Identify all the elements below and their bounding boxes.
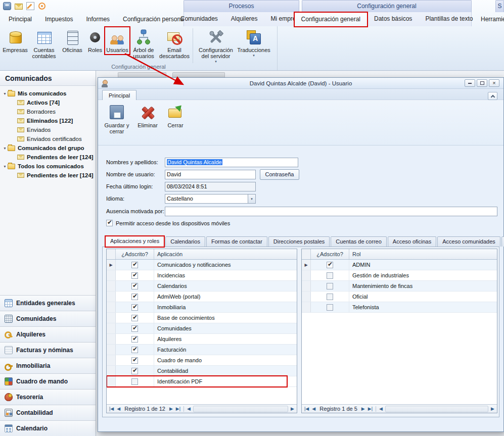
- configuracion-del-servidor-button[interactable]: Configuración del servidor ▾: [195, 27, 237, 64]
- table-row[interactable]: Contabilidad: [107, 366, 297, 376]
- row-selector[interactable]: [302, 281, 311, 291]
- adscrito-checkbox[interactable]: [131, 304, 138, 311]
- table-row[interactable]: Comunicados y notificaciones: [107, 260, 297, 270]
- sidebar-item-entidades-generales[interactable]: Entidades generales: [0, 295, 96, 311]
- table-row[interactable]: Inmobiliaria: [107, 302, 297, 313]
- tree-item-pendientes-todos[interactable]: Pendientes de leer [124]: [2, 171, 96, 180]
- dialog-titlebar[interactable]: David Quintas Alcalde (David) - Usuario …: [98, 78, 503, 89]
- tab-comunidades[interactable]: Comunidades: [174, 12, 224, 26]
- tab-herramientas-partial[interactable]: Herramien: [474, 13, 504, 26]
- usuarios-button[interactable]: Usuarios: [105, 27, 129, 54]
- collapse-toolbar-button[interactable]: [488, 92, 497, 100]
- expander-icon[interactable]: ▾: [2, 91, 8, 96]
- first-record-button[interactable]: |◀: [108, 406, 115, 411]
- tab-direcciones-postales[interactable]: Direcciones postales: [268, 236, 330, 247]
- tab-datos-basicos[interactable]: Datos básicos: [368, 12, 419, 26]
- first-record-button[interactable]: |◀: [303, 406, 310, 411]
- sidebar-item-calendario[interactable]: Calendario: [0, 420, 96, 436]
- restore-button[interactable]: [477, 79, 487, 87]
- adscrito-checkbox[interactable]: [131, 325, 138, 332]
- column-header-aplicacion[interactable]: Aplicación: [154, 249, 297, 259]
- adscrito-checkbox[interactable]: [131, 272, 138, 279]
- sidebar-item-comunidades[interactable]: Comunidades: [0, 311, 96, 326]
- row-selector[interactable]: [107, 313, 116, 323]
- tab-acceso-comunidades[interactable]: Acceso comunidades: [437, 236, 500, 247]
- scroll-left-button[interactable]: ◀: [186, 406, 192, 411]
- mobile-access-checkbox[interactable]: [106, 220, 113, 226]
- adscrito-checkbox[interactable]: [131, 357, 138, 364]
- row-selector[interactable]: [107, 292, 116, 302]
- sidebar-item-inmobiliaria[interactable]: Inmobiliaria: [0, 358, 96, 373]
- table-row[interactable]: Base de conocimientos: [107, 313, 297, 323]
- scroll-right-button[interactable]: ▶: [489, 406, 496, 411]
- next-record-button[interactable]: ▶: [360, 406, 366, 411]
- tree-item-eliminados[interactable]: Eliminados [122]: [2, 116, 96, 125]
- last-login-field[interactable]: 08/03/2024 8:51: [165, 182, 256, 191]
- oficinas-button[interactable]: Oficinas: [60, 27, 85, 54]
- sidebar-item-cuadro-de-mando[interactable]: Cuadro de mando: [0, 373, 96, 389]
- tab-acceso-oficinas[interactable]: Acceso oficinas: [388, 236, 436, 247]
- next-record-button[interactable]: ▶: [168, 406, 174, 411]
- tab-formas-de-contactar[interactable]: Formas de contactar: [206, 236, 267, 247]
- save-and-close-button[interactable]: Guardar y cerrar: [102, 103, 131, 143]
- tree-item-mis-comunicados[interactable]: ▾ Mis comunicados: [2, 89, 96, 98]
- sidebar-item-facturas-y-nominas[interactable]: Facturas y nóminas: [0, 342, 96, 358]
- tab-calendarios[interactable]: Calendarios: [165, 236, 205, 247]
- minimize-button[interactable]: [465, 79, 475, 87]
- tab-cuentas-de-correo[interactable]: Cuentas de correo: [331, 236, 387, 247]
- name-field[interactable]: David Quintas Alcalde: [165, 158, 298, 167]
- tab-plantillas-de-texto[interactable]: Plantillas de texto: [419, 12, 479, 26]
- adscrito-checkbox[interactable]: [131, 368, 138, 374]
- table-row[interactable]: Facturación: [107, 345, 297, 355]
- row-selector[interactable]: [302, 270, 311, 280]
- row-selector[interactable]: [107, 323, 116, 333]
- dropdown-arrow-icon[interactable]: ▾: [248, 195, 255, 203]
- last-record-button[interactable]: ▶|: [366, 406, 374, 411]
- row-selector[interactable]: [107, 355, 116, 365]
- adscrito-checkbox[interactable]: [327, 262, 333, 268]
- expander-icon[interactable]: ▾: [2, 146, 8, 151]
- tree-item-enviados[interactable]: Enviados: [2, 125, 96, 134]
- adscrito-checkbox[interactable]: [131, 378, 138, 385]
- column-header-adscrito[interactable]: ¿Adscrito?: [116, 249, 154, 259]
- table-row[interactable]: Oficial: [302, 292, 497, 302]
- tree-item-enviados-certificados[interactable]: Enviados certificados: [2, 134, 96, 143]
- adscrito-checkbox[interactable]: [327, 283, 333, 289]
- table-row[interactable]: Cuadro de mando: [107, 355, 297, 366]
- tab-informes[interactable]: Informes: [79, 13, 116, 26]
- table-row[interactable]: Incidencias: [107, 270, 297, 281]
- prev-record-button[interactable]: ◀: [310, 406, 317, 411]
- column-header-rol[interactable]: Rol: [349, 249, 497, 259]
- traducciones-button[interactable]: Traducciones ▾: [237, 27, 270, 58]
- sidebar-item-contabilidad[interactable]: Contabilidad: [0, 405, 96, 420]
- tree-item-activos[interactable]: Activos [74]: [2, 98, 96, 107]
- tree-item-pendientes-grupo[interactable]: Pendientes de leer [124]: [2, 153, 96, 162]
- table-row-identificacion-pdf[interactable]: Identificación PDF: [107, 376, 297, 387]
- sidebar-item-alquileres[interactable]: Alquileres: [0, 326, 96, 342]
- table-row[interactable]: Calendarios: [107, 281, 297, 292]
- adscrito-checkbox[interactable]: [327, 272, 333, 279]
- table-row[interactable]: Alquileres: [107, 334, 297, 345]
- tab-principal[interactable]: Principal: [2, 13, 38, 26]
- scroll-right-button[interactable]: ▶: [289, 406, 296, 411]
- absence-field[interactable]: [165, 207, 497, 216]
- close-form-button[interactable]: Cerrar: [163, 103, 188, 143]
- adscrito-checkbox[interactable]: [131, 262, 138, 268]
- row-selector[interactable]: [302, 302, 311, 312]
- cuentas-contables-button[interactable]: Cuentas contables: [28, 27, 60, 60]
- tab-principal-dialog[interactable]: Principal: [102, 90, 136, 100]
- table-row[interactable]: ADMIN: [302, 260, 497, 270]
- scroll-left-button[interactable]: ◀: [378, 406, 384, 411]
- close-button[interactable]: ×: [489, 79, 499, 87]
- table-row[interactable]: Mantenimiento de fincas: [302, 281, 497, 292]
- email-descartados-button[interactable]: Email descartados: [158, 27, 191, 60]
- row-selector[interactable]: [107, 334, 116, 344]
- tree-item-todos-los-comunicados[interactable]: ▾ Todos los comunicados: [2, 162, 96, 171]
- tab-impuestos[interactable]: Impuestos: [38, 13, 79, 26]
- current-row-marker[interactable]: [302, 260, 311, 270]
- last-record-button[interactable]: ▶|: [174, 406, 182, 411]
- prev-record-button[interactable]: ◀: [115, 406, 122, 411]
- empresas-button[interactable]: Empresas: [2, 27, 28, 54]
- table-row[interactable]: AdmiWeb (portal): [107, 292, 297, 302]
- table-row[interactable]: Gestión de industriales: [302, 270, 497, 281]
